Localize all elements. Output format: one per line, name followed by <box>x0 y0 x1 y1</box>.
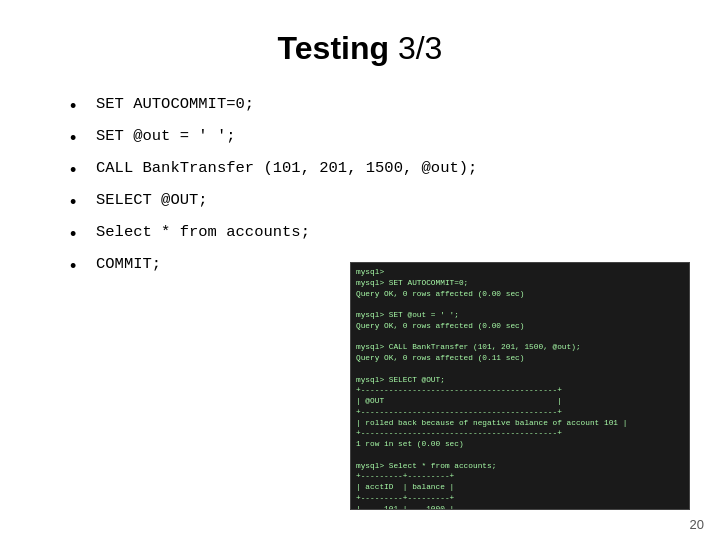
list-item: • Select * from accounts; <box>70 223 670 245</box>
title-bold: Testing <box>278 30 389 66</box>
bullet-list: • SET AUTOCOMMIT=0; • SET @out = ' '; • … <box>70 95 670 277</box>
terminal-box: mysql> mysql> SET AUTOCOMMIT=0; Query OK… <box>350 262 690 510</box>
bullet-text: SET AUTOCOMMIT=0; <box>96 95 254 113</box>
bullet-dot: • <box>70 160 88 181</box>
bullet-dot: • <box>70 128 88 149</box>
bullet-text: SELECT @OUT; <box>96 191 208 209</box>
title-normal: 3/3 <box>389 30 442 66</box>
terminal-content: mysql> mysql> SET AUTOCOMMIT=0; Query OK… <box>351 263 689 510</box>
bullet-dot: • <box>70 192 88 213</box>
bullet-text: SET @out = ' '; <box>96 127 236 145</box>
list-item: • SELECT @OUT; <box>70 191 670 213</box>
slide-container: Testing 3/3 • SET AUTOCOMMIT=0; • SET @o… <box>0 0 720 540</box>
list-item: • CALL BankTransfer (101, 201, 1500, @ou… <box>70 159 670 181</box>
bullet-dot: • <box>70 256 88 277</box>
bullet-text: Select * from accounts; <box>96 223 310 241</box>
bullet-text: COMMIT; <box>96 255 161 273</box>
list-item: • SET AUTOCOMMIT=0; <box>70 95 670 117</box>
bullet-text: CALL BankTransfer (101, 201, 1500, @out)… <box>96 159 477 177</box>
list-item: • SET @out = ' '; <box>70 127 670 149</box>
bullet-dot: • <box>70 96 88 117</box>
bullet-dot: • <box>70 224 88 245</box>
slide-title: Testing 3/3 <box>50 30 670 67</box>
page-number: 20 <box>690 517 704 532</box>
